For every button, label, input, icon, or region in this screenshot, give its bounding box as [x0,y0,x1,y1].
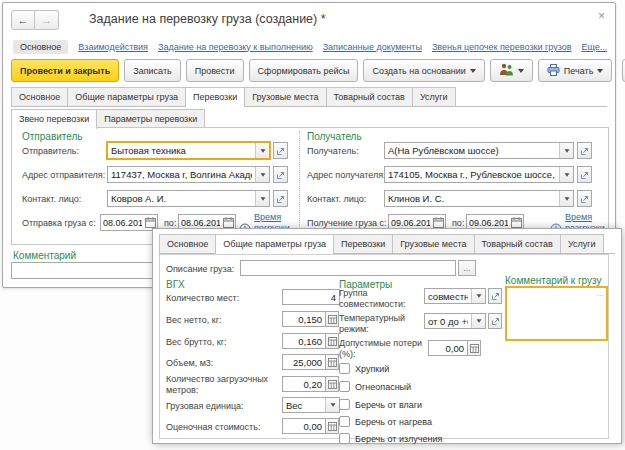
net-weight-input[interactable] [282,311,326,327]
w2-tab-perevozki[interactable]: Перевозки [333,234,393,253]
chevron-down-icon[interactable] [255,191,269,206]
cargo-params-panel: Описание груза: ... ВГХ Количество мест:… [159,254,609,439]
calculator-icon[interactable] [325,418,339,434]
menu-more[interactable]: Еще... [581,42,609,52]
cargo-unit-label: Грузовая единица: [166,401,244,411]
chevron-down-icon[interactable] [559,167,573,182]
gross-weight-input[interactable] [282,333,326,349]
sender-open-button[interactable] [273,142,288,159]
allowed-loss-input[interactable] [428,340,468,356]
cargo-description-input[interactable] [240,260,456,276]
checkbox-icon [339,416,350,427]
menu-link-task-to-execution[interactable]: Задание на перевозку к выполнению [158,42,313,52]
w2-tab-tovarnyy-sostav[interactable]: Товарный состав [474,234,561,253]
sender-date-from-input[interactable] [101,218,144,228]
calendar-icon[interactable] [432,217,445,228]
receiver-open-button[interactable] [577,142,592,159]
sender-contact-input[interactable] [108,191,255,206]
checkbox-flammable[interactable]: Огнеопасный [339,381,411,392]
tab-tovarnyy-sostav[interactable]: Товарный состав [326,87,413,106]
subordination-structure-button[interactable] [490,59,533,82]
subtab-zveno-perevozki[interactable]: Звено перевозки [11,109,97,129]
receiver-address-input[interactable] [385,167,559,182]
section-menu: Основное Взаимодействия Задание на перев… [13,38,609,55]
calculator-icon[interactable] [467,340,481,356]
post-and-close-button[interactable]: Провести и закрыть [11,59,119,82]
forward-button[interactable]: → [35,10,59,30]
sender-address-input[interactable] [108,167,255,182]
cargo-comment-textarea[interactable] [507,288,606,339]
allowed-loss-label: Допустимые потери (%): [339,338,423,359]
calculator-icon[interactable] [325,311,339,327]
chevron-down-icon[interactable] [255,167,269,182]
tab-osnovnoe[interactable]: Основное [11,87,68,106]
calculator-icon[interactable] [325,354,339,370]
receiver-address-open-button[interactable] [577,166,592,183]
calendar-icon[interactable] [144,217,157,228]
cargo-description-choose-button[interactable]: ... [458,260,476,276]
tab-perevozki[interactable]: Перевозки [185,87,245,107]
gross-weight-label: Вес брутто, кг: [166,337,226,347]
cargo-comment-header: Комментарий к грузу [505,275,601,286]
sender-address-combo [107,166,270,183]
volume-input[interactable] [282,354,326,370]
receiver-date-from-input[interactable] [389,218,432,228]
chevron-down-icon[interactable] [559,191,573,206]
sender-contact-combo [107,190,270,207]
menu-link-transport-chain-links[interactable]: Звенья цепочек перевозки грузов [432,42,572,52]
w2-tab-uslugi[interactable]: Услуги [560,234,604,253]
sender-date-from [100,214,158,231]
w2-tab-osnovnoe[interactable]: Основное [159,234,216,253]
receiver-contact-open-button[interactable] [577,190,592,207]
receiver-contact-input[interactable] [385,191,559,206]
back-button[interactable]: ← [11,10,35,30]
print-button[interactable]: Печать [538,59,612,82]
checkbox-keep-from-radiation[interactable]: Беречь от излучения [339,433,442,444]
sender-contact-open-button[interactable] [273,190,288,207]
cargo-unit-input[interactable] [283,398,325,412]
compatibility-group-input[interactable] [425,289,471,303]
post-button[interactable]: Провести [186,59,244,82]
loading-meters-input[interactable] [282,376,326,392]
quantity-places-input[interactable] [282,289,340,305]
chevron-down-icon[interactable] [471,289,485,303]
chevron-down-icon[interactable] [325,398,339,412]
compatibility-group-open-button[interactable] [488,288,502,304]
save-button[interactable]: Записать [124,59,180,82]
sender-date-to-input[interactable] [179,218,222,228]
tab-gruzovye-mesta[interactable]: Грузовые места [244,87,326,106]
cargo-comment-choose-button[interactable]: ... [596,288,604,298]
temperature-mode-input[interactable] [425,314,471,328]
compatibility-group-label: Группа совместимости: [339,288,423,309]
temperature-mode-combo [424,313,486,329]
w2-tab-obshchie-parametry-gruza[interactable]: Общие параметры груза [215,234,334,254]
estimated-value-label: Оценочная стоимость: [166,422,260,432]
calendar-icon[interactable] [510,217,523,228]
create-based-on-button[interactable]: Создать на основании [363,59,484,82]
chevron-down-icon [470,69,476,73]
subtab-parametry-perevozki[interactable]: Параметры перевозки [96,109,205,128]
sender-input[interactable] [108,143,255,158]
menu-link-interactions[interactable]: Взаимодействия [78,42,148,52]
calculator-icon[interactable] [325,333,339,349]
w2-tab-gruzovye-mesta[interactable]: Грузовые места [392,234,474,253]
form-trips-button[interactable]: Сформировать рейсы [249,59,359,82]
chevron-down-icon[interactable] [559,143,573,158]
sender-address-open-button[interactable] [273,166,288,183]
receiver-input[interactable] [385,143,559,158]
chevron-down-icon[interactable] [471,314,485,328]
checkbox-keep-from-heat[interactable]: Беречь от нагрева [339,416,432,427]
receiver-date-to-input[interactable] [467,218,510,228]
temperature-mode-open-button[interactable] [488,313,502,329]
chevron-down-icon[interactable] [255,143,269,158]
checkbox-keep-from-moisture[interactable]: Беречь от влаги [339,399,422,410]
close-icon[interactable]: × [598,9,605,23]
calculator-icon[interactable] [325,376,339,392]
menu-link-recorded-documents[interactable]: Записанные документы [323,42,422,52]
checkbox-fragile[interactable]: Хрупкий [339,363,389,374]
tab-uslugi[interactable]: Услуги [412,87,456,106]
tab-obshchie-parametry-gruza[interactable]: Общие параметры груза [67,87,186,106]
calendar-icon[interactable] [222,217,235,228]
menu-item-main[interactable]: Основное [13,40,68,54]
estimated-value-input[interactable] [282,418,326,434]
